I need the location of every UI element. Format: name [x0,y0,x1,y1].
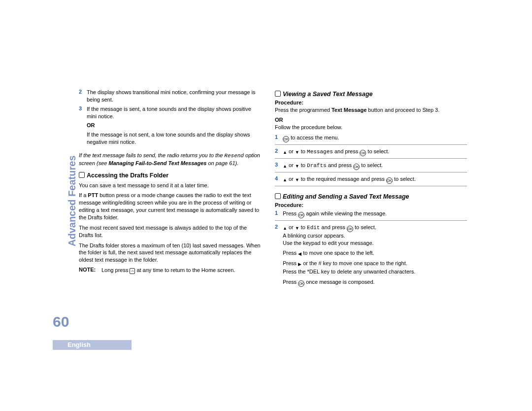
note-body: Long press ⌂ at any time to return to th… [101,267,261,274]
ptt-bold: PTT [88,192,98,198]
heading-text: Editing and Sending a Saved Text Message [283,193,409,200]
edit-step-2: 2 ▲ or ▼ to Edit and press OK to select.… [275,224,467,287]
right-text: or the # key to move one space to the ri… [301,260,407,266]
messages-mono: Messages [307,149,333,155]
p3: The most recent saved text message is al… [79,224,261,239]
up-icon: ▲ [283,226,287,231]
heading-viewing: Viewing a Saved Text Message [275,91,467,98]
note-b: at any time to return to the Home screen… [135,267,235,273]
step-number: 2 [79,89,87,103]
del-line: Press the *DEL key to delete any unwante… [283,268,467,275]
s2d: to select. [366,148,389,154]
press: Press [283,260,298,266]
view-step-2: 2 ▲ or ▼ to Messages and press OK to sel… [275,148,467,159]
up-icon: ▲ [283,164,287,169]
ok-icon: OK [386,177,393,184]
s2d2: to select. [360,162,383,168]
s4: to the required message and press [299,176,386,182]
manual-page: Advanced Features 60 English 2 The displ… [0,0,532,411]
e2a: or [287,224,295,230]
e2c: and press [320,224,346,230]
down-icon: ▼ [295,178,299,182]
step-text: If the message is sent, a tone sounds an… [87,105,261,146]
press: Press [283,250,298,256]
heading-text: Viewing a Saved Text Message [283,91,372,98]
step-text: Press OK again while viewing the message… [283,210,467,218]
s2a3: or [287,176,295,182]
procedure-label: Procedure: [275,100,467,105]
note-row: NOTE: Long press ⌂ at any time to return… [79,267,261,274]
italic-bold: Managing Fail-to-Send Text Messages [109,160,207,166]
page-number: 60 [53,313,69,330]
topic-icon [79,172,85,178]
press-right-line: Press ▶ or the # key to move one space t… [283,260,467,267]
blink-line: A blinking cursor appears. [283,232,467,240]
down-icon: ▼ [295,150,299,155]
step-text: ▲ or ▼ to Edit and press OK to select. A… [283,224,467,287]
e2b: to [299,224,307,230]
ok-icon: OK [298,212,304,218]
edit-step-1: 1 Press OK again while viewing the messa… [275,210,467,221]
down-icon: ▼ [295,226,299,231]
done-line: Press OK once message is composed. [283,278,467,287]
up-icon: ▲ [283,178,287,182]
italic-3: on page 61). [206,160,238,166]
heading-editing: Editing and Sending a Saved Text Message [275,193,467,200]
s2b: to [299,148,307,154]
step-3: 3 If the message is sent, a tone sounds … [79,105,261,146]
p4: The Drafts folder stores a maximum of te… [79,242,261,264]
step-text: The display shows transitional mini noti… [87,89,261,103]
step3-text: If the message is sent, a tone sounds an… [87,106,251,119]
step-2: 2 The display shows transitional mini no… [79,89,261,103]
up-icon: ▲ [283,150,287,155]
done-text: once message is composed. [304,279,374,285]
edit-mono: Edit [307,225,320,231]
procedure-label-2: Procedure: [275,202,467,208]
s2c: and press [333,148,360,154]
topic-icon [275,91,281,97]
s1: to access the menu. [289,135,339,140]
s2c2: and press [327,162,353,168]
view-step-4: 4 ▲ or ▼ to the required message and pre… [275,175,467,186]
note-label: NOTE: [79,267,101,274]
step-number: 1 [275,134,283,142]
drafts-mono: Drafts [307,163,327,169]
italic-1: If the text message fails to send, the r… [79,152,224,158]
p1: You can save a text message to send it a… [79,182,261,189]
note-a: Long press [101,267,130,273]
press-left-line: Press ◀ to move one space to the left. [283,249,467,257]
resend-mono: Resend [224,153,244,159]
step-text: ▲ or ▼ to Drafts and press OK to select. [283,162,467,170]
s2a2: or [287,162,295,168]
keypad-line: Use the keypad to edit your message. [283,240,467,247]
p2b: button press or a mode change causes the… [79,192,259,220]
or-label: OR [275,117,467,123]
content-columns: 2 The display shows transitional mini no… [79,89,467,289]
topic-icon [275,193,281,199]
left-column: 2 The display shows transitional mini no… [79,89,261,289]
down-icon: ▼ [295,164,299,169]
heading-text: Accessing the Drafts Folder [87,172,168,179]
or-label: OR [87,122,261,129]
proc-a1: Press the programmed [275,107,332,113]
proc-a2: button and proceed to Step 3. [366,107,439,113]
s2b2: to [299,162,307,168]
s2d3: to select. [393,176,416,182]
ok-icon: OK [283,136,289,142]
step-text: ▲ or ▼ to Messages and press OK to selec… [283,148,467,156]
home-key-icon: ⌂ [130,268,135,274]
e1a: Press [283,210,298,216]
step-number: 4 [275,175,283,184]
ok-icon: OK [298,280,304,287]
fail-note: If the text message fails to send, the r… [79,152,261,167]
right-column: Viewing a Saved Text Message Procedure: … [275,89,467,289]
text-message-bold: Text Message [332,107,366,113]
step-number: 1 [275,210,283,218]
proc-b: Follow the procedure below. [275,124,467,131]
language-badge: English [53,340,132,350]
step-number: 2 [275,224,283,287]
heading-drafts: Accessing the Drafts Folder [79,172,261,179]
ok-icon: OK [360,150,366,156]
view-step-1: 1 OK to access the menu. [275,134,467,145]
ok-icon: OK [353,164,360,170]
